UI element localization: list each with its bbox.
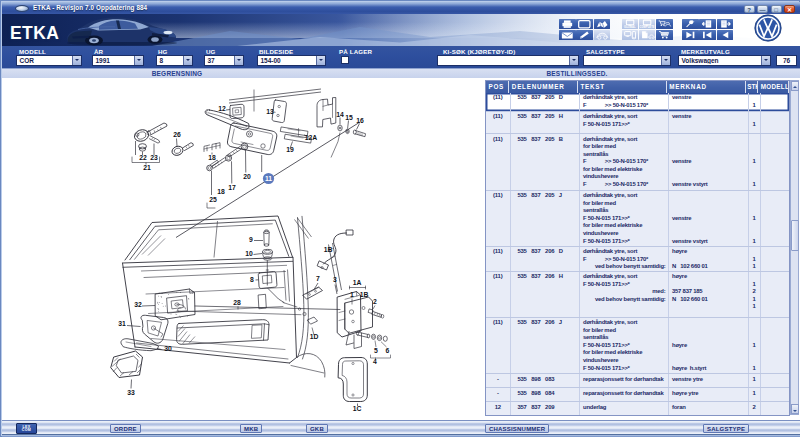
part-callout-1C[interactable]: 1C [353,404,362,411]
salgstype-button[interactable]: SALGSTYPE [703,424,749,434]
part-callout-28[interactable]: 28 [233,298,241,305]
modell-combobox[interactable]: COR [16,55,82,66]
part-callout-1A[interactable]: 1A [353,278,362,285]
pushpin-toolbar-button[interactable] [682,19,699,29]
table-row[interactable]: (11)535 837 206 Jdørhåndtak ytre, sortfo… [486,318,789,374]
mkb-button[interactable]: MKB [240,424,262,434]
skip-end-toolbar-button[interactable] [682,30,699,40]
table-row[interactable]: (11)535 837 205 Ddørhåndtak ytre, sortF … [486,93,789,112]
step-back-toolbar-button[interactable] [699,30,716,40]
part-callout-10[interactable]: 10 [245,249,253,256]
part-callout-13[interactable]: 13 [266,107,274,114]
pencil-toolbar-button[interactable] [576,30,593,40]
palager-checkbox[interactable] [341,56,349,64]
part-callout-23[interactable]: 23 [150,153,158,160]
table-scrollbar[interactable] [790,80,800,415]
part-callout-3[interactable]: 3 [333,275,337,282]
page-next-toolbar-button[interactable] [717,19,734,29]
table-row[interactable]: (11)535 837 205 Jdørhåndtak ytre, sortfo… [486,191,789,247]
part-callout-9[interactable]: 9 [249,235,253,242]
cart-toolbar-button[interactable] [656,30,673,40]
minimize-button[interactable]: — [757,5,768,14]
part-callout-12[interactable]: 12 [218,104,226,111]
merkeutvalg-combobox[interactable]: Volkswagen [678,55,771,66]
part-callout-17[interactable]: 17 [228,183,236,190]
ar-combobox[interactable]: 1991 [92,55,144,66]
part-callout-12A[interactable]: 12A [305,133,318,140]
arrow-back-toolbar-button[interactable] [717,30,734,40]
part-callout-1D[interactable]: 1D [310,332,319,339]
part-callout-20[interactable]: 20 [243,172,251,179]
maximize-button[interactable]: □ [771,5,782,14]
part-callout-26[interactable]: 26 [173,130,181,137]
part-callout-19[interactable]: 19 [286,145,294,152]
column-divider [668,191,669,246]
table-row[interactable]: -535 898 083reparasjonssett for dørhandt… [486,374,789,388]
gkb-button[interactable]: GKB [306,424,328,434]
map-toolbar-button[interactable] [594,19,611,29]
part-callout-1B[interactable]: 1B [324,245,333,252]
bildeside-combobox[interactable]: 154-00 [257,55,326,66]
exploded-parts-diagram[interactable]: 12132622232118201725181912A14151691081B7… [5,78,485,418]
column-header-tekst[interactable]: TEKST [578,81,667,93]
kisok-combobox[interactable] [437,55,579,66]
part-callout-7[interactable]: 7 [316,274,320,281]
part-callout-1[interactable]: 1 [350,290,354,297]
part-callout-2[interactable]: 2 [373,297,377,304]
salgstype-combobox[interactable] [583,55,671,66]
hg-combobox[interactable]: 8 [156,55,193,66]
table-row[interactable]: (11)535 837 206 Ddørhåndtak ytre, sortF … [486,247,789,272]
column-header-delenummer[interactable]: DELENUMMER [509,81,578,93]
column-header-pos[interactable]: POS [486,81,509,93]
part-callout-1B[interactable]: 1B [360,290,369,297]
car-outline-toolbar-button[interactable] [594,30,611,40]
part-callout-33[interactable]: 33 [127,388,135,395]
ug-combobox[interactable]: 37 [204,55,244,66]
scroll-up-icon[interactable] [791,81,800,91]
part-callout-22[interactable]: 22 [139,153,147,160]
table-row[interactable]: -535 898 084reparasjonssett for dørhandt… [486,388,789,402]
monitor-toolbar-button[interactable]: COMPLETE [639,19,656,29]
page-prev-toolbar-button[interactable] [699,19,716,29]
doc-car-toolbar-button[interactable] [639,30,656,40]
part-callout-32[interactable]: 32 [134,300,142,307]
part-callout-6[interactable]: 6 [386,346,390,353]
merk-line [672,121,748,129]
close-button[interactable]: ✕ [784,5,795,14]
scrollbar-thumb[interactable] [791,220,799,251]
part-callout-30[interactable]: 30 [164,344,172,351]
help-button[interactable]: ? [744,5,755,14]
part-callout-16[interactable]: 16 [356,116,364,123]
table-row[interactable]: (11)535 837 205 Bdørhåndtak ytre, sortfo… [486,134,789,191]
part-callout-25[interactable]: 25 [209,195,217,202]
envelope-toolbar-button[interactable] [559,30,576,40]
chassisnummer-button[interactable]: CHASSISNUMMER [485,424,549,434]
column-header-stk[interactable]: STK [746,81,758,93]
screen-toolbar-button[interactable] [576,19,593,29]
column-header-modell[interactable]: MODELL [758,81,788,93]
part-callout-14[interactable]: 14 [336,110,344,117]
printer-toolbar-button[interactable] [559,19,576,29]
part-number: 357 837 209 [518,404,579,412]
cart-car-toolbar-button[interactable] [656,19,673,29]
part-callout-4[interactable]: 4 [373,357,377,364]
part-callout-8[interactable]: 8 [250,275,254,282]
part-callout-18[interactable]: 18 [208,153,216,160]
title-bar[interactable]: ETKA - Revisjon 7.0 Oppdatering 884 ? — … [2,2,800,14]
part-number: 535 898 083 [518,376,579,384]
scroll-down-icon[interactable] [791,404,800,414]
table-row[interactable]: (11)535 837 205 Hdørhåndtak ytre, sortF … [486,112,789,135]
monitor-toolbar-button[interactable]: GLOBAL [622,19,639,29]
ordre-button[interactable]: ORDRE [110,424,141,434]
highlighted-callout-11[interactable]: 11 [263,172,274,183]
table-row[interactable]: 12357 837 209underlagforan2 [486,402,789,416]
part-callout-31[interactable]: 31 [118,319,126,326]
lexcom-logo-button[interactable]: LEXCOM [16,423,37,435]
table-row[interactable]: (11)535 837 206 Hdørhåndtak ytre, sortF … [486,272,789,318]
part-callout-21[interactable]: 21 [143,163,151,170]
part-callout-5[interactable]: 5 [374,346,378,353]
column-header-merknad[interactable]: MERKNAD [667,81,746,93]
monitor-phone-toolbar-button[interactable] [622,30,639,40]
part-callout-15[interactable]: 15 [345,113,353,120]
part-callout-18[interactable]: 18 [217,187,225,194]
